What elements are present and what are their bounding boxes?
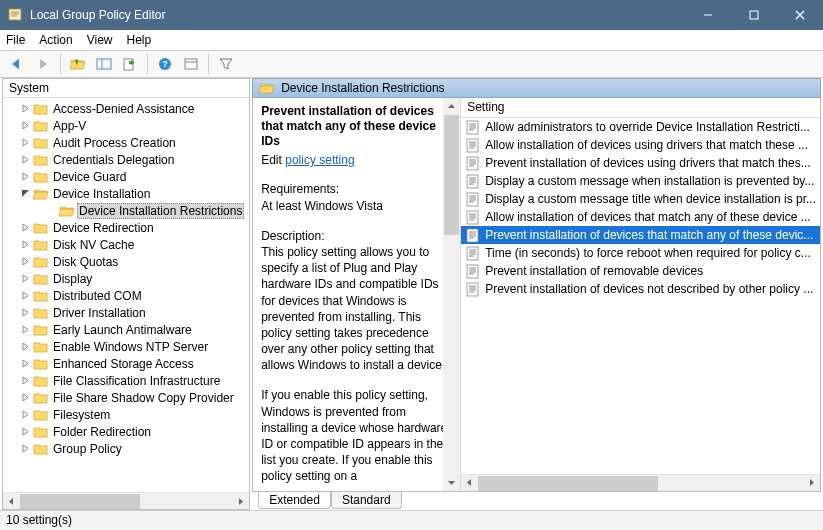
- scroll-right-icon[interactable]: [803, 475, 820, 491]
- scroll-up-icon[interactable]: [443, 98, 460, 115]
- expand-icon[interactable]: [21, 359, 31, 368]
- tree-item-label: File Share Shadow Copy Provider: [51, 391, 236, 405]
- minimize-button[interactable]: [685, 0, 731, 30]
- scroll-thumb[interactable]: [444, 115, 459, 235]
- expand-icon[interactable]: [21, 393, 31, 402]
- scroll-left-icon[interactable]: [3, 493, 20, 510]
- menu-file[interactable]: File: [6, 33, 25, 47]
- export-button[interactable]: [119, 53, 141, 75]
- expand-icon[interactable]: [21, 138, 31, 147]
- properties-button[interactable]: [180, 53, 202, 75]
- expand-icon[interactable]: [21, 291, 31, 300]
- tree-item[interactable]: Device Installation: [3, 185, 249, 202]
- tree-item[interactable]: Folder Redirection: [3, 423, 249, 440]
- toolbar: ?: [0, 50, 823, 78]
- tree-item-label: Enable Windows NTP Server: [51, 340, 210, 354]
- tree-item[interactable]: Device Redirection: [3, 219, 249, 236]
- expand-icon[interactable]: [21, 410, 31, 419]
- edit-policy-line: Edit policy setting: [261, 153, 452, 167]
- scroll-thumb[interactable]: [478, 476, 658, 491]
- expand-icon[interactable]: [21, 342, 31, 351]
- tree-item[interactable]: File Classification Infrastructure: [3, 372, 249, 389]
- tree-item[interactable]: Device Installation Restrictions: [3, 202, 249, 219]
- setting-item[interactable]: Prevent installation of devices that mat…: [461, 226, 820, 244]
- scroll-down-icon[interactable]: [443, 474, 460, 491]
- tree-item[interactable]: Early Launch Antimalware: [3, 321, 249, 338]
- tree-item[interactable]: Disk Quotas: [3, 253, 249, 270]
- expand-icon[interactable]: [21, 325, 31, 334]
- tree-item[interactable]: App-V: [3, 117, 249, 134]
- scroll-right-icon[interactable]: [232, 493, 249, 510]
- filter-button[interactable]: [215, 53, 237, 75]
- setting-item[interactable]: Prevent installation of devices using dr…: [461, 154, 820, 172]
- setting-item[interactable]: Time (in seconds) to force reboot when r…: [461, 244, 820, 262]
- setting-item[interactable]: Display a custom message when installati…: [461, 172, 820, 190]
- expand-icon[interactable]: [21, 274, 31, 283]
- settings-column-header[interactable]: Setting: [461, 98, 820, 118]
- up-button[interactable]: [67, 53, 89, 75]
- setting-item[interactable]: Prevent installation of removable device…: [461, 262, 820, 280]
- tree-item[interactable]: Access-Denied Assistance: [3, 100, 249, 117]
- settings-list[interactable]: Allow administrators to override Device …: [461, 118, 820, 473]
- tree-item[interactable]: Audit Process Creation: [3, 134, 249, 151]
- setting-label: Allow administrators to override Device …: [485, 120, 810, 134]
- show-hide-tree-button[interactable]: [93, 53, 115, 75]
- tree-item[interactable]: Display: [3, 270, 249, 287]
- expand-icon[interactable]: [21, 427, 31, 436]
- tab-extended[interactable]: Extended: [258, 492, 331, 509]
- policy-icon: [465, 228, 481, 243]
- setting-item[interactable]: Allow installation of devices using driv…: [461, 136, 820, 154]
- forward-button[interactable]: [32, 53, 54, 75]
- settings-h-scrollbar[interactable]: [461, 474, 820, 491]
- tree-item[interactable]: Device Guard: [3, 168, 249, 185]
- expand-icon[interactable]: [21, 223, 31, 232]
- tree-item-label: Audit Process Creation: [51, 136, 178, 150]
- expand-icon[interactable]: [21, 104, 31, 113]
- tree-item[interactable]: Credentials Delegation: [3, 151, 249, 168]
- tree-item-label: Disk NV Cache: [51, 238, 136, 252]
- scroll-left-icon[interactable]: [461, 475, 478, 491]
- expand-icon[interactable]: [21, 444, 31, 453]
- folder-icon: [33, 442, 49, 455]
- tree-item[interactable]: Driver Installation: [3, 304, 249, 321]
- scroll-thumb[interactable]: [20, 494, 140, 509]
- setting-item[interactable]: Display a custom message title when devi…: [461, 190, 820, 208]
- tree-item[interactable]: File Share Shadow Copy Provider: [3, 389, 249, 406]
- help-button[interactable]: ?: [154, 53, 176, 75]
- tree-view[interactable]: Access-Denied AssistanceApp-VAudit Proce…: [3, 98, 249, 492]
- tree-item[interactable]: Enable Windows NTP Server: [3, 338, 249, 355]
- folder-icon: [259, 81, 275, 95]
- close-button[interactable]: [777, 0, 823, 30]
- tree-item[interactable]: Group Policy: [3, 440, 249, 457]
- setting-item[interactable]: Allow installation of devices that match…: [461, 208, 820, 226]
- description-text: This policy setting allows you to specif…: [261, 245, 445, 372]
- tree-item-label: Disk Quotas: [51, 255, 120, 269]
- tree-h-scrollbar[interactable]: [3, 492, 249, 509]
- folder-icon: [33, 323, 49, 336]
- tree-item[interactable]: Distributed COM: [3, 287, 249, 304]
- setting-item[interactable]: Allow administrators to override Device …: [461, 118, 820, 136]
- tab-standard[interactable]: Standard: [331, 492, 402, 509]
- tree-item[interactable]: Disk NV Cache: [3, 236, 249, 253]
- tree-header[interactable]: System: [3, 79, 249, 98]
- expand-icon[interactable]: [21, 308, 31, 317]
- description-v-scrollbar[interactable]: [443, 98, 460, 490]
- app-icon: [8, 7, 24, 23]
- folder-icon: [33, 408, 49, 421]
- expand-icon[interactable]: [21, 155, 31, 164]
- expand-icon[interactable]: [21, 376, 31, 385]
- menu-action[interactable]: Action: [39, 33, 72, 47]
- edit-policy-link[interactable]: policy setting: [285, 153, 354, 167]
- collapse-icon[interactable]: [21, 189, 31, 198]
- setting-item[interactable]: Prevent installation of devices not desc…: [461, 280, 820, 298]
- expand-icon[interactable]: [21, 257, 31, 266]
- maximize-button[interactable]: [731, 0, 777, 30]
- tree-item[interactable]: Enhanced Storage Access: [3, 355, 249, 372]
- menu-help[interactable]: Help: [127, 33, 152, 47]
- tree-item[interactable]: Filesystem: [3, 406, 249, 423]
- expand-icon[interactable]: [21, 172, 31, 181]
- back-button[interactable]: [6, 53, 28, 75]
- menu-view[interactable]: View: [87, 33, 113, 47]
- expand-icon[interactable]: [21, 121, 31, 130]
- expand-icon[interactable]: [21, 240, 31, 249]
